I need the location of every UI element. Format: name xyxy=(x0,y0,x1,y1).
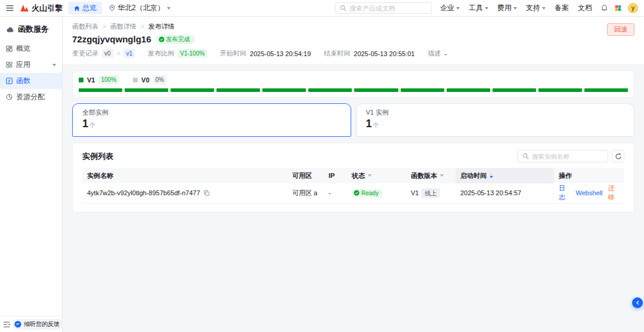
global-search xyxy=(335,2,432,14)
tab-all-instances[interactable]: 全部实例 1个 xyxy=(72,103,351,137)
migrate-link[interactable]: 迁移 xyxy=(608,184,620,202)
instance-search-input[interactable] xyxy=(532,153,603,160)
meta-start-time: 开始时间 2025-05-13 20:54:19 xyxy=(220,49,311,58)
meta-label: 结束时间 xyxy=(324,49,350,58)
check-circle-icon xyxy=(159,36,165,42)
release-status-badge: 发布完成 xyxy=(156,35,195,44)
menu-icp[interactable]: 备案 xyxy=(555,3,569,13)
topbar-icons: y xyxy=(600,3,638,13)
home-icon xyxy=(74,5,80,11)
nav-overview-tab[interactable]: 总览 xyxy=(69,2,102,14)
chevron-down-icon xyxy=(542,7,546,10)
progress-segment xyxy=(493,88,536,92)
location-pin-icon xyxy=(109,5,115,11)
collapse-sidebar-icon[interactable] xyxy=(3,321,10,328)
pie-chart-icon xyxy=(6,94,13,100)
progress-segment xyxy=(447,88,490,92)
avatar[interactable]: y xyxy=(628,3,638,13)
meta-label: 变更记录 xyxy=(72,49,98,58)
sidebar-title-label: 函数服务 xyxy=(18,24,49,35)
progress-segment xyxy=(401,88,444,92)
meta-label: 描述 xyxy=(428,49,441,58)
apps-grid-icon xyxy=(6,62,13,68)
release-progress-card: V1 100% V0 0% xyxy=(72,70,634,98)
col-status: 状态 xyxy=(347,168,406,183)
sidebar-item-label: 应用 xyxy=(16,60,30,70)
v1-legend-swatch xyxy=(79,78,83,82)
brand-logo[interactable]: 火山引擎 xyxy=(20,3,63,14)
global-search-input[interactable] xyxy=(349,5,427,12)
region-selector[interactable]: 华北2（北京） xyxy=(109,3,171,13)
breadcrumb-function-list[interactable]: 函数列表 xyxy=(72,22,98,31)
bell-icon[interactable] xyxy=(600,4,608,12)
tab-label: V1 实例 xyxy=(366,108,625,117)
menu-docs[interactable]: 文档 xyxy=(578,3,592,13)
menu-support-label: 支持 xyxy=(526,3,540,13)
instance-zone: 可用区 a xyxy=(287,183,324,203)
version-chip-v0: v0 xyxy=(102,49,113,58)
tab-count-value: 1 xyxy=(82,118,88,130)
breadcrumb-function-detail[interactable]: 函数详情 xyxy=(110,22,137,31)
progress-segment xyxy=(216,88,260,92)
online-tag: 线上 xyxy=(422,189,439,198)
tab-count-unit: 个 xyxy=(373,122,379,128)
menu-enterprise[interactable]: 企业 xyxy=(440,3,460,13)
log-link[interactable]: 日志 xyxy=(559,184,570,202)
tab-count-value: 1 xyxy=(366,118,372,130)
col-ip: IP xyxy=(324,168,347,183)
meta-description: 描述 - xyxy=(428,49,447,58)
meta-label: 发布比例 xyxy=(148,49,174,58)
menu-enterprise-label: 企业 xyxy=(440,3,454,13)
v0-percent-chip: 0% xyxy=(153,75,166,84)
assistant-icon[interactable] xyxy=(614,4,622,12)
hamburger-menu-icon[interactable] xyxy=(6,5,14,11)
sidebar-item-functions[interactable]: 函数 xyxy=(0,73,62,89)
sort-icon[interactable] xyxy=(490,174,493,178)
release-meta: 变更记录 v0 > v1 发布比例 V1-100% 开始时间 2025-05-1… xyxy=(72,49,634,58)
filter-icon[interactable] xyxy=(440,174,444,177)
menu-support[interactable]: 支持 xyxy=(526,3,546,13)
sidebar-footer: 倾听您的反馈 xyxy=(0,316,62,332)
v1-legend-label: V1 xyxy=(87,76,95,84)
instance-search xyxy=(518,150,608,162)
feedback-button[interactable]: 倾听您的反馈 xyxy=(13,319,64,330)
sidebar-item-resource-allocation[interactable]: 资源分配 xyxy=(0,89,62,105)
end-time-value: 2025-05-13 20:55:01 xyxy=(354,50,414,57)
rollback-button[interactable]: 回滚 xyxy=(607,23,634,36)
dashboard-icon xyxy=(6,45,13,52)
chevron-down-icon xyxy=(485,7,488,10)
menu-billing[interactable]: 费用 xyxy=(497,3,517,13)
webshell-link[interactable]: Webshell xyxy=(575,189,602,196)
refresh-button[interactable] xyxy=(612,150,624,162)
filter-icon[interactable] xyxy=(368,174,371,177)
progress-segment xyxy=(79,88,122,92)
tab-v1-instances[interactable]: V1 实例 1个 xyxy=(356,103,635,137)
progress-segment xyxy=(308,88,352,92)
progress-segment xyxy=(584,88,628,92)
col-version-label: 函数版本 xyxy=(411,171,437,180)
expand-panel-button[interactable] xyxy=(632,297,643,308)
check-circle-icon xyxy=(354,190,360,196)
sidebar-item-applications[interactable]: 应用 xyxy=(0,57,62,73)
copy-icon[interactable] xyxy=(203,190,210,196)
chevron-down-icon xyxy=(167,7,171,10)
ratio-chip: V1-100% xyxy=(178,49,207,58)
progress-segment xyxy=(262,88,306,92)
instance-tabs: 全部实例 1个 V1 实例 1个 xyxy=(72,103,634,137)
sidebar-item-label: 概览 xyxy=(16,44,30,54)
sidebar-item-label: 资源分配 xyxy=(16,92,45,102)
col-zone: 可用区 xyxy=(287,168,324,183)
progress-segment xyxy=(354,88,398,92)
sidebar-item-overview[interactable]: 概览 xyxy=(0,41,62,57)
progress-segment xyxy=(538,88,582,92)
chevron-down-icon xyxy=(52,64,56,66)
page-header: 函数列表 > 函数详情 > 发布详情 72zgqjyvqwnglg16 发布完成 xyxy=(63,17,644,65)
brand-name: 火山引擎 xyxy=(32,3,63,14)
instance-start-time: 2025-05-13 20:54:57 xyxy=(456,183,554,203)
search-icon xyxy=(522,153,529,159)
tab-label: 全部实例 xyxy=(82,108,341,117)
menu-tools[interactable]: 工具 xyxy=(469,3,488,13)
chevron-down-icon xyxy=(456,7,460,10)
instance-list-card: 实例列表 xyxy=(72,143,634,213)
status-label: Ready xyxy=(361,190,379,196)
